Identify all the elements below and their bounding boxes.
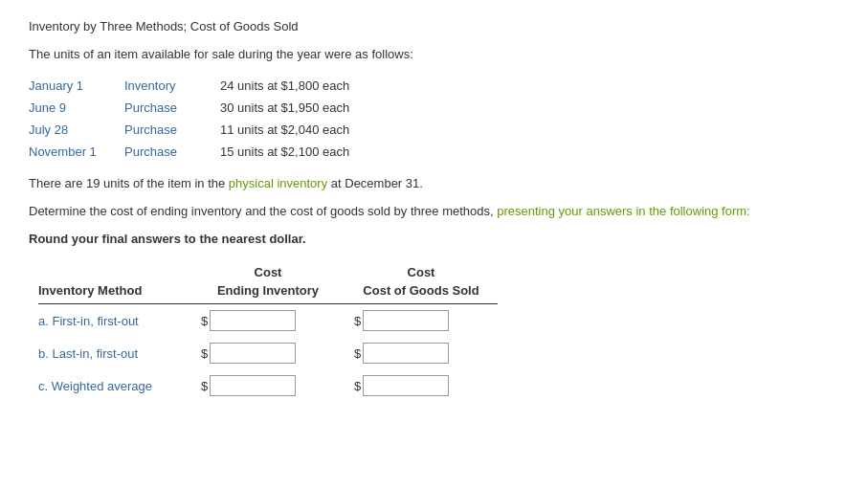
wavg-ending-cell: $ bbox=[191, 369, 345, 402]
table-subheader-row: Inventory Method Ending Inventory Cost o… bbox=[38, 281, 498, 304]
wavg-cogs-cell: $ bbox=[345, 369, 498, 402]
note-before: There are 19 units of the item in the bbox=[29, 176, 229, 190]
item-type: Purchase bbox=[124, 141, 220, 163]
answer-table: Cost Cost Inventory Method Ending Invent… bbox=[38, 263, 498, 402]
item-type: Purchase bbox=[124, 97, 220, 119]
page-title: Inventory by Three Methods; Cost of Good… bbox=[29, 19, 839, 33]
round-note: Round your final answers to the nearest … bbox=[29, 232, 839, 246]
fifo-ending-dollar: $ bbox=[201, 314, 208, 328]
table-header-row: Cost Cost bbox=[38, 263, 498, 281]
item-type: Inventory bbox=[124, 75, 220, 97]
lifo-ending-dollar: $ bbox=[201, 346, 208, 361]
wavg-ending-input[interactable] bbox=[210, 375, 296, 396]
table-row-wavg: c. Weighted average $ $ bbox=[38, 369, 498, 402]
table-row-lifo: b. Last-in, first-out $ $ bbox=[38, 337, 498, 369]
lifo-cogs-dollar: $ bbox=[354, 346, 361, 361]
determine-before: Determine the cost of ending inventory a… bbox=[29, 204, 497, 218]
intro-text: The units of an item available for sale … bbox=[29, 47, 839, 61]
determine-text: Determine the cost of ending inventory a… bbox=[29, 204, 839, 218]
col3-subheader: Cost of Goods Sold bbox=[345, 281, 498, 304]
physical-inventory-note: There are 19 units of the item in the ph… bbox=[29, 176, 839, 190]
lifo-label: b. Last-in, first-out bbox=[38, 337, 191, 369]
fifo-ending-input[interactable] bbox=[210, 310, 296, 331]
col1-subheader: Inventory Method bbox=[38, 281, 191, 304]
wavg-ending-dollar: $ bbox=[201, 379, 208, 393]
item-description: 24 units at $1,800 each bbox=[220, 75, 349, 97]
lifo-cogs-input[interactable] bbox=[363, 343, 449, 364]
note-highlight: physical inventory bbox=[229, 176, 327, 190]
inventory-item-row: November 1 Purchase 15 units at $2,100 e… bbox=[29, 141, 349, 163]
fifo-cogs-input[interactable] bbox=[363, 310, 449, 331]
item-date: June 9 bbox=[29, 97, 124, 119]
item-description: 30 units at $1,950 each bbox=[220, 97, 349, 119]
fifo-cogs-cell: $ bbox=[345, 304, 498, 338]
determine-highlight: presenting your answers in the following… bbox=[497, 204, 749, 218]
item-date: July 28 bbox=[29, 119, 124, 141]
inventory-item-row: July 28 Purchase 11 units at $2,040 each bbox=[29, 119, 349, 141]
item-type: Purchase bbox=[124, 119, 220, 141]
fifo-cogs-dollar: $ bbox=[354, 314, 361, 328]
item-description: 15 units at $2,100 each bbox=[220, 141, 349, 163]
item-date: November 1 bbox=[29, 141, 124, 163]
col2-subheader: Ending Inventory bbox=[191, 281, 345, 304]
item-description: 11 units at $2,040 each bbox=[220, 119, 349, 141]
lifo-ending-cell: $ bbox=[191, 337, 345, 369]
lifo-cogs-cell: $ bbox=[345, 337, 498, 369]
inventory-item-row: January 1 Inventory 24 units at $1,800 e… bbox=[29, 75, 349, 97]
inventory-list: January 1 Inventory 24 units at $1,800 e… bbox=[29, 75, 349, 163]
wavg-cogs-input[interactable] bbox=[363, 375, 449, 396]
table-row-fifo: a. First-in, first-out $ $ bbox=[38, 304, 498, 338]
col1-header bbox=[38, 263, 191, 281]
fifo-label: a. First-in, first-out bbox=[38, 304, 191, 338]
fifo-ending-cell: $ bbox=[191, 304, 345, 338]
col3-header: Cost bbox=[345, 263, 498, 281]
wavg-label: c. Weighted average bbox=[38, 369, 191, 402]
note-after: at December 31. bbox=[327, 176, 423, 190]
wavg-cogs-dollar: $ bbox=[354, 379, 361, 393]
col2-header: Cost bbox=[191, 263, 345, 281]
item-date: January 1 bbox=[29, 75, 124, 97]
lifo-ending-input[interactable] bbox=[210, 343, 296, 364]
inventory-item-row: June 9 Purchase 30 units at $1,950 each bbox=[29, 97, 349, 119]
